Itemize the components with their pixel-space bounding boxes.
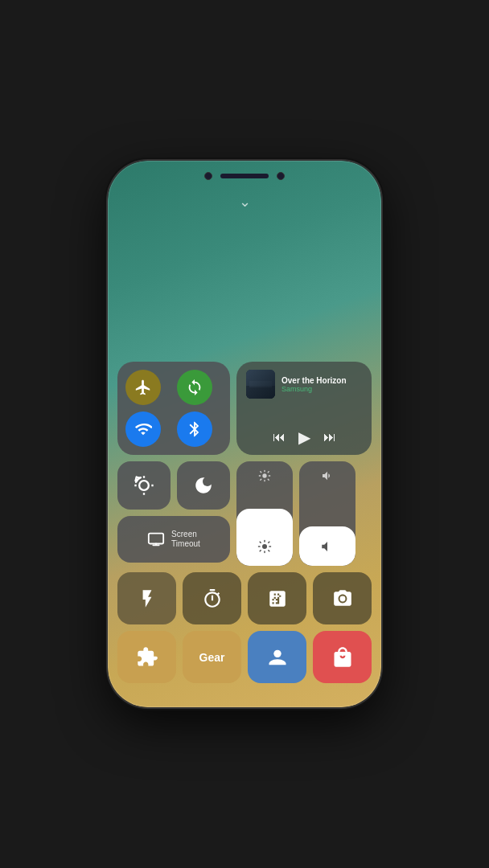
top-row: Over the Horizon Samsung ⏮ ▶ ⏭ (117, 362, 372, 455)
media-info: Over the Horizon Samsung (281, 376, 362, 393)
svg-point-6 (262, 544, 267, 549)
left-toggles: ScreenTimeout (117, 461, 230, 566)
phone-frame: ⌄ (108, 161, 381, 707)
brightness-icon-top (258, 469, 271, 485)
prev-button[interactable]: ⏮ (273, 430, 286, 444)
svg-point-8 (273, 649, 281, 657)
timer-button[interactable] (183, 572, 241, 624)
gear-app-button[interactable]: Gear (183, 631, 241, 683)
airplane-mode-button[interactable] (125, 370, 161, 405)
screen-timeout-button[interactable]: ScreenTimeout (117, 516, 230, 563)
connectivity-tile (117, 362, 230, 455)
camera-shortcut-button[interactable] (313, 572, 372, 624)
galaxy-store-button[interactable] (313, 631, 372, 683)
screen: ⌄ (108, 161, 381, 707)
svg-rect-1 (246, 386, 275, 399)
svg-point-3 (139, 481, 149, 490)
jigsaw-button[interactable] (117, 631, 176, 683)
bluetooth-button[interactable] (177, 411, 212, 447)
svg-rect-4 (149, 534, 163, 544)
speaker (220, 174, 269, 178)
screen-timeout-label: ScreenTimeout (171, 530, 200, 549)
calculator-button[interactable] (248, 572, 306, 624)
sliders-area (236, 461, 355, 566)
media-info-row: Over the Horizon Samsung (246, 370, 362, 399)
media-title: Over the Horizon (281, 376, 362, 385)
orientation-lock-button[interactable] (117, 461, 171, 510)
do-not-disturb-button[interactable] (177, 461, 230, 510)
camera-bar (204, 172, 285, 180)
volume-icon-top (321, 469, 334, 485)
media-tile: Over the Horizon Samsung ⏮ ▶ ⏭ (236, 362, 372, 455)
media-controls: ⏮ ▶ ⏭ (246, 428, 362, 447)
album-art (246, 370, 275, 399)
svg-rect-0 (246, 370, 275, 399)
svg-rect-2 (249, 381, 272, 387)
bixby-button[interactable] (248, 631, 306, 683)
apps-row-2: Gear (117, 631, 372, 683)
gear-label: Gear (199, 651, 225, 664)
media-artist: Samsung (281, 385, 362, 393)
volume-slider[interactable] (299, 461, 355, 566)
wifi-button[interactable] (125, 411, 161, 447)
front-camera (204, 172, 212, 180)
volume-icon (320, 539, 335, 558)
flashlight-button[interactable] (117, 572, 176, 624)
play-button[interactable]: ▶ (298, 428, 310, 447)
toggles-sliders-row: ScreenTimeout (117, 461, 372, 566)
chevron-down-icon[interactable]: ⌄ (239, 193, 251, 211)
brightness-icon (257, 539, 272, 558)
svg-point-7 (339, 596, 345, 601)
brightness-slider[interactable] (236, 461, 293, 566)
control-center: Over the Horizon Samsung ⏮ ▶ ⏭ (117, 362, 372, 683)
selfie-camera (277, 172, 285, 180)
svg-point-5 (262, 473, 266, 477)
apps-row-1 (117, 572, 372, 624)
next-button[interactable]: ⏭ (323, 430, 336, 444)
rotation-lock-button[interactable] (177, 370, 212, 405)
